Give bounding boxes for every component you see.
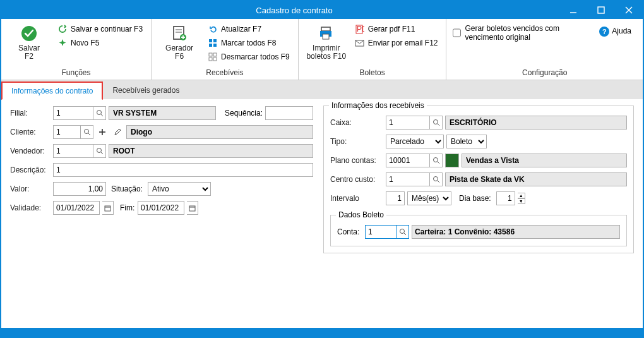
plano-name: Vendas a Vista — [462, 154, 627, 167]
cliente-name: Diogo — [126, 125, 313, 139]
centro-label: Centro custo: — [330, 175, 383, 184]
svg-point-27 — [84, 130, 88, 134]
plano-label: Plano contas: — [330, 156, 383, 165]
svg-rect-12 — [213, 39, 217, 42]
svg-line-42 — [438, 181, 439, 183]
filial-search-icon[interactable] — [93, 106, 106, 120]
intervalo-input[interactable] — [386, 191, 405, 205]
tipo-select[interactable]: Parcelado — [386, 135, 444, 148]
caixa-input[interactable] — [386, 116, 430, 130]
filial-label: Filial: — [10, 109, 51, 118]
send-email-button[interactable]: Enviar por email F12 — [353, 37, 440, 49]
mark-all-button[interactable]: Marcar todos F8 — [206, 37, 292, 49]
svg-rect-16 — [213, 53, 217, 56]
bottombar — [1, 328, 643, 337]
intervalo-unit-select[interactable]: Mês(es) — [407, 191, 451, 205]
tipo-sub-select[interactable]: Boleto — [446, 135, 487, 148]
grid-check-icon — [208, 38, 218, 48]
unmark-all-button[interactable]: Desmarcar todos F9 — [206, 51, 292, 63]
cliente-search-icon[interactable] — [81, 125, 93, 139]
generator-button[interactable]: Gerador F6 — [155, 21, 203, 63]
descricao-input[interactable] — [53, 163, 313, 177]
diabase-label: Dia base: — [454, 194, 494, 203]
save-button[interactable]: Salvar F2 — [5, 21, 53, 63]
panel-recebiveis-legend: Informações dos recebíveis — [329, 101, 427, 110]
print-boletos-button[interactable]: Imprimir boletos F10 — [302, 21, 350, 63]
pdf-icon: PDF — [355, 24, 365, 34]
fim-calendar-icon[interactable] — [187, 201, 198, 215]
svg-point-43 — [400, 229, 404, 234]
svg-rect-33 — [105, 206, 110, 211]
conta-search-icon[interactable] — [397, 225, 409, 239]
caixa-name: ESCRITÓRIO — [445, 116, 627, 130]
sequencia-input[interactable] — [265, 106, 313, 120]
svg-line-38 — [438, 124, 439, 126]
cliente-add-icon[interactable] — [96, 125, 109, 139]
refresh-icon — [208, 24, 218, 34]
svg-rect-21 — [323, 34, 329, 39]
centro-input[interactable] — [386, 172, 430, 186]
tab-info-contrato[interactable]: Informações do contrato — [1, 81, 103, 100]
plano-input[interactable] — [386, 154, 430, 167]
gen-pdf-button[interactable]: PDFGerar pdf F11 — [353, 23, 440, 35]
cliente-input[interactable] — [53, 125, 81, 139]
diabase-spinner[interactable]: ▲▼ — [518, 193, 525, 204]
tipo-label: Tipo: — [330, 137, 383, 146]
window-title: Cadastro de contrato — [29, 6, 559, 15]
maximize-button[interactable] — [587, 1, 615, 19]
svg-rect-15 — [209, 53, 212, 56]
fim-input[interactable] — [138, 201, 184, 215]
help-button[interactable]: ? Ajuda — [592, 21, 639, 42]
check-circle-icon — [20, 24, 39, 43]
ribbon: Salvar F2 Salvar e continuar F3 Novo F5 … — [1, 19, 643, 80]
situacao-select[interactable]: Ativo — [148, 182, 211, 196]
validade-calendar-icon[interactable] — [102, 201, 114, 215]
new-button[interactable]: Novo F5 — [56, 37, 145, 49]
mail-icon — [355, 38, 365, 48]
refresh-icon — [57, 24, 68, 34]
validade-input[interactable] — [53, 201, 100, 215]
titlebar: Cadastro de contrato — [1, 1, 643, 19]
centro-name: Pista de Skate da VK — [445, 172, 627, 186]
close-button[interactable] — [615, 1, 643, 19]
conta-input[interactable] — [365, 225, 397, 239]
plano-search-icon[interactable] — [430, 154, 443, 167]
situacao-label: Situação: — [109, 184, 145, 193]
minimize-button[interactable] — [559, 1, 587, 19]
vendedor-input[interactable] — [53, 144, 93, 158]
gen-overdue-checkbox[interactable]: Gerar boletos vencidos com vencimento or… — [450, 21, 592, 44]
plano-color-swatch — [445, 154, 459, 167]
svg-rect-13 — [209, 44, 212, 47]
save-continue-button[interactable]: Salvar e continuar F3 — [56, 23, 145, 35]
svg-point-31 — [97, 148, 101, 153]
validade-label: Validade: — [10, 203, 51, 212]
svg-rect-17 — [209, 57, 212, 61]
svg-text:PDF: PDF — [357, 25, 364, 33]
refresh-button[interactable]: Atualizar F7 — [206, 23, 292, 35]
panel-recebiveis: Informações dos recebíveis Caixa: ESCRIT… — [323, 106, 634, 253]
ribbon-group-funcoes: Funções — [1, 67, 151, 80]
filial-input[interactable] — [53, 106, 93, 120]
tab-recebiveis-gerados[interactable]: Recebíveis gerados — [103, 81, 189, 99]
content: Filial: VR SYSTEM Sequência: Cliente: Di… — [1, 99, 643, 328]
svg-rect-18 — [213, 57, 217, 61]
window: Cadastro de contrato Salvar F2 Salvar e … — [0, 0, 644, 338]
centro-search-icon[interactable] — [430, 172, 443, 186]
svg-point-41 — [433, 177, 438, 181]
svg-point-37 — [433, 120, 438, 124]
svg-line-32 — [101, 152, 103, 154]
cliente-label: Cliente: — [10, 128, 51, 136]
carteira-display — [412, 225, 620, 239]
svg-rect-11 — [209, 39, 212, 42]
conta-label: Conta: — [337, 227, 362, 236]
cliente-edit-icon[interactable] — [111, 125, 124, 139]
svg-point-39 — [433, 158, 438, 162]
grid-uncheck-icon — [208, 52, 218, 62]
caixa-search-icon[interactable] — [430, 116, 443, 130]
tabstrip: Informações do contrato Recebíveis gerad… — [1, 80, 643, 99]
sequencia-label: Sequência: — [218, 109, 263, 118]
vendedor-search-icon[interactable] — [93, 144, 106, 158]
valor-input[interactable] — [53, 182, 106, 196]
caixa-label: Caixa: — [330, 118, 383, 127]
diabase-input[interactable] — [496, 191, 515, 205]
